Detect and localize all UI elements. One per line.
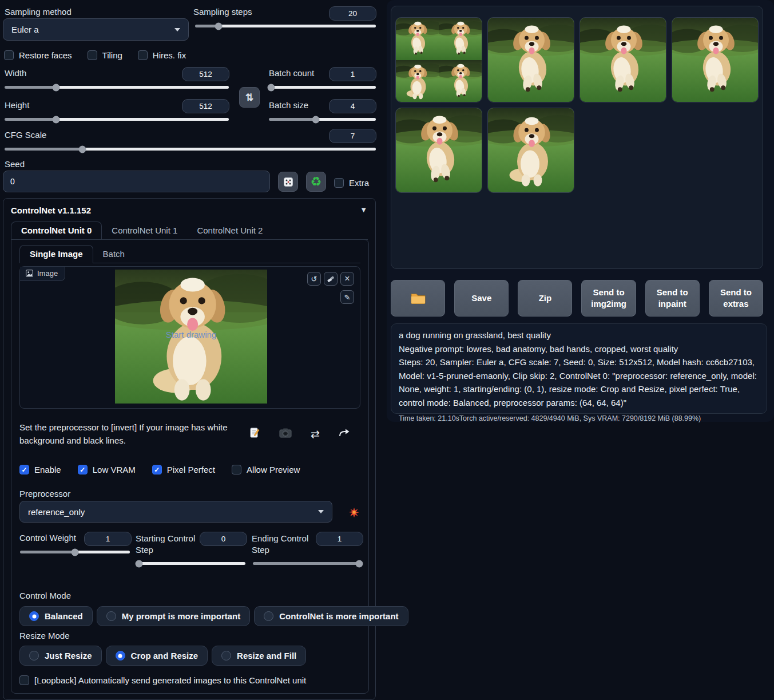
edit-brush-button[interactable]: ✎ bbox=[340, 290, 354, 304]
control-mode-controlnet-important[interactable]: ControlNet is more important bbox=[254, 606, 408, 626]
ending-step-input[interactable]: 1 bbox=[316, 532, 363, 546]
radio-dot[interactable] bbox=[29, 611, 39, 621]
width-input[interactable]: 512 bbox=[182, 67, 229, 81]
prompt-text: a dog running on grassland, best quality bbox=[399, 329, 759, 342]
height-slider[interactable] bbox=[5, 118, 229, 121]
enable-checkbox[interactable]: Enable bbox=[19, 465, 61, 474]
control-mode-balanced[interactable]: Balanced bbox=[19, 606, 93, 626]
send-to-inpaint-button[interactable]: Send to inpaint bbox=[645, 280, 700, 317]
tiling-checkbox[interactable]: Tiling bbox=[88, 50, 122, 60]
run-preprocessor-button[interactable] bbox=[348, 507, 360, 520]
gallery-item[interactable] bbox=[395, 108, 482, 193]
batch-size-input[interactable]: 4 bbox=[329, 99, 376, 113]
undo-button[interactable]: ↺ bbox=[307, 272, 321, 286]
swap-width-height-button[interactable]: ⇅ bbox=[239, 87, 260, 108]
erase-button[interactable] bbox=[324, 272, 338, 286]
starting-step-slider[interactable] bbox=[137, 562, 245, 565]
new-canvas-button[interactable] bbox=[249, 427, 260, 441]
control-mode-prompt-important[interactable]: My prompt is more important bbox=[97, 606, 251, 626]
sampling-steps-slider[interactable] bbox=[195, 25, 376, 27]
control-weight-slider[interactable] bbox=[20, 551, 130, 553]
slider-handle[interactable] bbox=[135, 560, 142, 567]
checkbox-box[interactable] bbox=[334, 178, 344, 188]
slider-handle[interactable] bbox=[72, 548, 79, 556]
random-seed-button[interactable] bbox=[278, 172, 298, 192]
pixel-perfect-checkbox[interactable]: Pixel Perfect bbox=[152, 465, 215, 474]
zip-button[interactable]: Zip bbox=[518, 280, 572, 317]
tab-batch[interactable]: Batch bbox=[93, 246, 134, 263]
slider-handle[interactable] bbox=[53, 84, 60, 91]
tab-single-image[interactable]: Single Image bbox=[19, 245, 93, 263]
checkbox-box[interactable] bbox=[4, 50, 14, 60]
reuse-seed-button[interactable]: ♻ bbox=[306, 172, 326, 192]
sampling-steps-input[interactable]: 20 bbox=[329, 6, 376, 21]
checkbox-box[interactable] bbox=[88, 50, 97, 60]
resize-mode-crop-and-resize[interactable]: Crop and Resize bbox=[106, 646, 208, 666]
checkbox-box[interactable] bbox=[152, 465, 162, 474]
slider-handle[interactable] bbox=[267, 84, 275, 91]
webcam-button[interactable] bbox=[279, 428, 292, 440]
close-icon: × bbox=[344, 274, 350, 284]
gallery-item[interactable] bbox=[395, 17, 482, 102]
cfg-scale-input[interactable]: 7 bbox=[329, 129, 376, 143]
open-folder-button[interactable] bbox=[391, 280, 445, 317]
checkbox-box[interactable] bbox=[78, 465, 88, 474]
controlnet-title[interactable]: ControlNet v1.1.152 bbox=[11, 205, 91, 215]
seed-input[interactable]: 0 bbox=[3, 171, 270, 192]
control-weight-input[interactable]: 1 bbox=[84, 532, 132, 546]
slider-handle[interactable] bbox=[53, 116, 60, 123]
save-button[interactable]: Save bbox=[454, 280, 509, 317]
controlnet-image-editor[interactable]: Image Start dra bbox=[19, 266, 360, 409]
control-mode-label: Control Mode bbox=[19, 591, 71, 600]
checkbox-box[interactable] bbox=[232, 465, 241, 474]
loopback-checkbox[interactable]: [Loopback] Automatically send generated … bbox=[19, 675, 306, 685]
controlnet-image-preview[interactable] bbox=[115, 270, 267, 404]
loopback-row: [Loopback] Automatically send generated … bbox=[19, 675, 306, 687]
gallery-item[interactable] bbox=[579, 17, 666, 102]
send-to-img2img-button[interactable]: Send to img2img bbox=[581, 280, 636, 317]
gallery-item[interactable] bbox=[487, 108, 574, 193]
mirror-webcam-button[interactable]: ⇄ bbox=[311, 428, 320, 441]
batch-count-input[interactable]: 1 bbox=[329, 67, 376, 81]
cfg-scale-slider[interactable] bbox=[5, 148, 376, 151]
ending-step-slider[interactable] bbox=[253, 562, 362, 565]
height-input[interactable]: 512 bbox=[182, 99, 229, 113]
slider-handle[interactable] bbox=[79, 145, 86, 153]
starting-step-input[interactable]: 0 bbox=[200, 532, 247, 546]
radio-dot[interactable] bbox=[264, 611, 273, 621]
radio-dot[interactable] bbox=[221, 651, 231, 661]
gallery-item[interactable] bbox=[487, 17, 574, 102]
checkbox-box[interactable] bbox=[19, 465, 29, 474]
image-icon bbox=[26, 270, 33, 277]
radio-dot[interactable] bbox=[106, 611, 116, 621]
checkbox-box[interactable] bbox=[138, 50, 148, 60]
send-to-extras-button[interactable]: Send to extras bbox=[709, 280, 763, 317]
batch-count-slider[interactable] bbox=[269, 86, 376, 89]
width-slider[interactable] bbox=[5, 86, 229, 89]
preprocessor-dropdown[interactable]: reference_only bbox=[19, 501, 332, 523]
restore-faces-checkbox[interactable]: Restore faces bbox=[4, 50, 72, 60]
hires-fix-checkbox[interactable]: Hires. fix bbox=[138, 50, 186, 60]
low-vram-checkbox[interactable]: Low VRAM bbox=[78, 465, 136, 474]
radio-dot[interactable] bbox=[29, 651, 39, 661]
batch-size-slider[interactable] bbox=[269, 118, 376, 121]
accordion-collapse-icon[interactable]: ▼ bbox=[360, 205, 367, 214]
send-dimensions-button[interactable] bbox=[339, 428, 350, 440]
clear-image-button[interactable]: × bbox=[340, 272, 354, 286]
resize-mode-resize-and-fill[interactable]: Resize and Fill bbox=[212, 646, 306, 666]
radio-dot[interactable] bbox=[116, 651, 125, 661]
tab-controlnet-unit-2[interactable]: ControlNet Unit 2 bbox=[187, 222, 272, 239]
extra-checkbox[interactable]: Extra bbox=[334, 178, 369, 188]
slider-handle[interactable] bbox=[215, 22, 223, 30]
tab-controlnet-unit-0[interactable]: ControlNet Unit 0 bbox=[11, 222, 102, 240]
gallery-item[interactable] bbox=[672, 17, 759, 102]
slider-handle[interactable] bbox=[312, 116, 320, 123]
tab-controlnet-unit-1[interactable]: ControlNet Unit 1 bbox=[102, 222, 187, 239]
width-label: Width bbox=[5, 68, 26, 78]
image-utility-icons: ⇄ bbox=[249, 427, 350, 441]
checkbox-box[interactable] bbox=[19, 675, 29, 685]
sampling-method-dropdown[interactable]: Euler a bbox=[3, 18, 189, 41]
slider-handle[interactable] bbox=[356, 560, 363, 567]
resize-mode-just-resize[interactable]: Just Resize bbox=[19, 646, 102, 666]
allow-preview-checkbox[interactable]: Allow Preview bbox=[232, 465, 300, 474]
